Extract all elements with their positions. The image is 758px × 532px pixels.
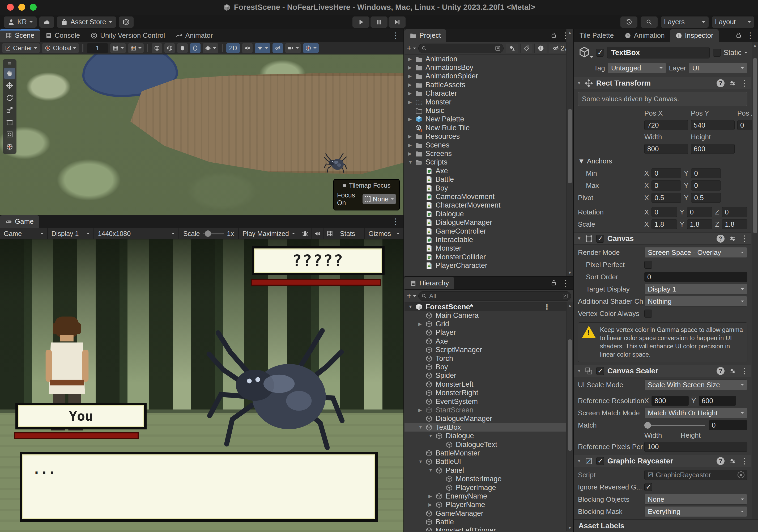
match-value-field[interactable]: 0 [709,420,747,430]
expander-arrow[interactable] [429,468,435,473]
hierarchy-item[interactable]: DialogueManager [404,414,566,423]
more-menu-icon[interactable]: ⋮ [741,79,748,87]
help-icon[interactable]: ? [717,457,725,465]
expander-arrow[interactable] [408,82,415,88]
asset-store-button[interactable]: Asset Store [57,17,116,28]
scene-root-row[interactable]: ForestScene* ⋮ [404,302,566,311]
hierarchy-item[interactable]: DialogueText [404,440,566,449]
create-asset-button[interactable]: + [407,43,416,53]
scene-audio-toggle[interactable] [242,43,253,53]
rotation-y-field[interactable]: 0 [687,207,712,217]
scale-x-field[interactable]: 1.8 [651,219,677,229]
lock-icon[interactable] [735,32,742,40]
expander-arrow[interactable]: ▼ [577,458,581,464]
scene-visibility-toggle[interactable] [272,43,283,53]
help-icon[interactable]: ? [717,367,725,375]
project-tree-item[interactable]: Interactable [404,235,566,244]
expander-arrow[interactable] [408,116,415,122]
screen-match-mode-dropdown[interactable]: Match Width Or Height [644,408,747,418]
hierarchy-item[interactable]: BattleMonster [404,449,566,457]
more-menu-icon[interactable]: ⋮ [562,279,569,287]
project-tree-item[interactable]: AnimationsBoy [404,63,566,72]
debug-button[interactable] [299,228,312,239]
vertex-color-checkbox[interactable] [644,309,652,318]
more-menu-icon[interactable]: ⋮ [741,457,748,465]
lock-icon[interactable] [550,279,557,287]
help-icon[interactable]: ? [717,235,725,243]
more-menu-icon[interactable]: ⋮ [746,32,754,40]
tab-animator[interactable]: Animator [170,29,218,42]
pixel-perfect-checkbox[interactable] [644,261,652,269]
tab-hierarchy[interactable]: Hierarchy [404,277,454,289]
pos-x-field[interactable]: 720 [644,120,688,130]
shading-mode-button[interactable] [152,43,162,53]
more-menu-icon[interactable]: ⋮ [392,32,400,40]
expander-arrow[interactable] [418,459,425,465]
project-tree-item[interactable]: Dialogue [404,210,566,218]
hierarchy-item[interactable]: MonsterLeftTrigger [404,526,566,531]
expander-arrow[interactable] [408,142,415,148]
scrollbar-thumb[interactable] [568,109,572,183]
canvas-scaler-header[interactable]: ▼ Canvas Scaler ? ⋮ [574,365,751,377]
hierarchy-item[interactable]: BattleUI [404,458,566,466]
scrollbar-thumb[interactable] [568,339,572,451]
game-viewport[interactable]: ????? You ... [0,239,403,532]
hierarchy-item[interactable]: MonsterRight [404,389,566,397]
project-tree-item[interactable]: Scripts [404,158,566,167]
scale-z-field[interactable]: 1.8 [722,219,747,229]
pivot-x-field[interactable]: 0.5 [651,193,681,203]
hierarchy-item[interactable]: Dialogue [404,432,566,440]
hierarchy-search-input[interactable]: All [418,291,571,301]
hierarchy-scrollbar[interactable]: ▲ ▼ [566,302,573,531]
scroll-up-icon[interactable]: ▲ [567,303,573,308]
presets-icon[interactable] [729,367,736,375]
hierarchy-item[interactable]: Boy [404,363,566,371]
project-tree-item[interactable]: Character [404,89,566,98]
scroll-down-icon[interactable]: ▼ [567,270,573,275]
project-tree-item[interactable]: PlayerCharacter [404,261,566,270]
tab-animation[interactable]: Animation [619,29,670,42]
filter-by-label-button[interactable] [520,44,532,53]
minimize-window-button[interactable] [18,4,25,11]
rotate-tool-button[interactable] [4,92,15,103]
presets-icon[interactable] [729,457,736,465]
scale-tool-button[interactable] [4,104,15,116]
hierarchy-item[interactable]: EventSystem [404,397,566,406]
tab-inspector[interactable]: Inspector [670,29,719,42]
rotation-x-field[interactable]: 0 [651,207,677,217]
asset-labels-bar[interactable]: Asset Labels [574,519,758,532]
active-checkbox[interactable] [596,49,604,56]
hierarchy-item[interactable]: ScriptManager [404,346,566,354]
object-picker-icon[interactable] [738,472,744,478]
2d-mode-toggle[interactable]: 2D [226,43,240,53]
hierarchy-item[interactable]: StartScreen [404,406,566,414]
height-field[interactable]: 600 [691,144,735,154]
project-tree-item[interactable]: CameraMovement [404,193,566,201]
scene-viewport[interactable]: ≡ ≡ Tilemap Focus Focus On [0,54,403,215]
overlay-drag-handle[interactable]: ≡ [343,182,346,189]
expander-arrow[interactable] [418,425,425,430]
tag-dropdown[interactable]: Untagged [608,63,666,73]
hierarchy-item[interactable]: TextBox [404,423,566,432]
expander-arrow[interactable] [429,493,435,499]
anchor-min-y-field[interactable]: 0 [691,168,721,178]
scale-y-field[interactable]: 1.8 [687,219,712,229]
project-tree-item[interactable]: Axe [404,167,566,175]
tab-project[interactable]: Project [404,29,446,42]
zoom-window-button[interactable] [30,4,37,11]
layout-dropdown[interactable]: Layout [712,17,754,28]
expander-arrow[interactable] [408,99,415,105]
play-button[interactable] [353,17,369,28]
enable-checkbox[interactable] [596,457,604,465]
blocking-mask-dropdown[interactable]: Everything [644,506,747,517]
scrollbar-thumb[interactable] [753,58,757,233]
hierarchy-item[interactable]: Axe [404,337,566,345]
project-tree-item[interactable]: MonsterCollider [404,253,566,261]
play-mode-dropdown[interactable]: Play Maximized [239,228,299,239]
sort-order-field[interactable]: 0 [644,272,747,282]
tool-handle-position-dropdown[interactable]: Center [2,43,40,53]
help-icon[interactable]: ? [717,79,725,87]
inspector-scrollbar[interactable]: ▲ [752,42,758,519]
stats-button[interactable]: Stats [336,228,365,239]
project-tree-item[interactable]: GameController [404,227,566,235]
